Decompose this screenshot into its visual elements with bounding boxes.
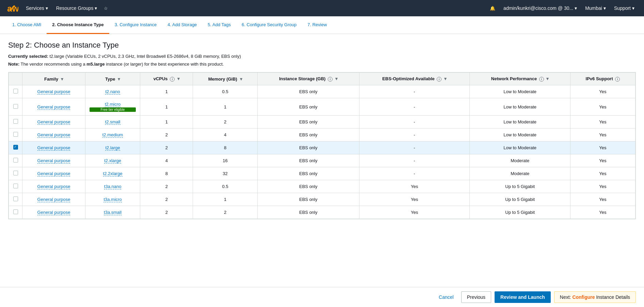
cell-ipv6: Yes (570, 98, 635, 116)
header-network[interactable]: Network Performance i ▾ (470, 73, 570, 85)
top-navigation: aws Services ▾ Resource Groups ▾ ☆ 🔔 adm… (0, 0, 644, 16)
cell-memory: 2 (193, 116, 258, 129)
cell-vcpus: 2 (140, 193, 193, 206)
row-checkbox[interactable] (13, 104, 18, 109)
row-checkbox[interactable] (13, 89, 18, 93)
cell-memory: 2 (193, 206, 258, 219)
cell-network: Up to 5 Gigabit (470, 180, 570, 193)
table-row[interactable]: General purposet2.large28EBS only-Low to… (9, 141, 635, 154)
note-info: Note: The vendor recommends using a m5.l… (8, 62, 636, 67)
cell-ebs: - (359, 85, 470, 98)
cell-family: General purpose (22, 167, 85, 180)
header-vcpus[interactable]: vCPUs i ▾ (140, 73, 193, 85)
cell-ipv6: Yes (570, 167, 635, 180)
cell-memory: 4 (193, 129, 258, 141)
notifications-icon[interactable]: 🔔 (486, 0, 499, 16)
row-checkbox[interactable] (13, 132, 18, 137)
bookmarks-icon[interactable]: ☆ (101, 0, 111, 16)
cell-memory: 0.5 (193, 85, 258, 98)
cell-storage: EBS only (257, 129, 359, 141)
cell-network: Up to 5 Gigabit (470, 206, 570, 219)
cell-type: t3a.small (85, 206, 140, 219)
row-checkbox[interactable] (13, 184, 18, 188)
table-row[interactable]: General purposet3a.small22EBS onlyYesUp … (9, 206, 635, 219)
header-storage[interactable]: Instance Storage (GB) i ▾ (257, 73, 359, 85)
cell-ipv6: Yes (570, 141, 635, 154)
header-type[interactable]: Type ▾ (85, 73, 140, 85)
table-header-row: Family ▾ Type ▾ vCPUs i ▾ Memory (GiB) ▾… (9, 73, 635, 85)
table-row[interactable]: General purposet2.small12EBS only-Low to… (9, 116, 635, 129)
header-family[interactable]: Family ▾ (22, 73, 85, 85)
cell-ebs: - (359, 98, 470, 116)
cell-storage: EBS only (257, 85, 359, 98)
cell-ebs: Yes (359, 180, 470, 193)
cell-type: t2.small (85, 116, 140, 129)
region-menu[interactable]: Mumbai ▾ (581, 0, 610, 16)
table-row[interactable]: General purposet3a.micro21EBS onlyYesUp … (9, 193, 635, 206)
table-row[interactable]: General purposet2.2xlarge832EBS only-Mod… (9, 167, 635, 180)
cell-ipv6: Yes (570, 129, 635, 141)
table-row[interactable]: General purposet2.microFree tier eligibl… (9, 98, 635, 116)
header-checkbox (9, 73, 22, 85)
wizard-step-5[interactable]: 5. Add Tags (202, 16, 236, 34)
cell-network: Moderate (470, 154, 570, 167)
wizard-step-3[interactable]: 3. Configure Instance (109, 16, 162, 34)
cell-storage: EBS only (257, 98, 359, 116)
wizard-step-7[interactable]: 7. Review (302, 16, 332, 34)
services-menu[interactable]: Services ▾ (22, 0, 52, 16)
cell-vcpus: 1 (140, 85, 193, 98)
cell-type: t2.medium (85, 129, 140, 141)
table-row[interactable]: General purposet2.nano10.5EBS only-Low t… (9, 85, 635, 98)
cell-family: General purpose (22, 129, 85, 141)
row-checkbox[interactable] (13, 171, 18, 175)
cell-type: t3a.micro (85, 193, 140, 206)
cell-vcpus: 2 (140, 141, 193, 154)
table-row[interactable]: General purposet2.medium24EBS only-Low t… (9, 129, 635, 141)
header-ebs[interactable]: EBS-Optimized Available i ▾ (359, 73, 470, 85)
row-checkbox[interactable] (13, 197, 18, 201)
resource-groups-menu[interactable]: Resource Groups ▾ (52, 0, 101, 16)
row-checkbox[interactable] (13, 158, 18, 163)
wizard-step-2[interactable]: 2. Choose Instance Type (47, 16, 109, 34)
cell-type: t2.large (85, 141, 140, 154)
cell-type: t2.microFree tier eligible (85, 98, 140, 116)
cell-memory: 8 (193, 141, 258, 154)
cell-type: t2.2xlarge (85, 167, 140, 180)
cell-ebs: Yes (359, 206, 470, 219)
cell-memory: 0.5 (193, 180, 258, 193)
cell-type: t3a.nano (85, 180, 140, 193)
wizard-step-4[interactable]: 4. Add Storage (162, 16, 202, 34)
cell-storage: EBS only (257, 180, 359, 193)
cell-vcpus: 1 (140, 116, 193, 129)
wizard-step-1[interactable]: 1. Choose AMI (7, 16, 47, 34)
cell-ipv6: Yes (570, 180, 635, 193)
row-checkbox[interactable] (13, 145, 18, 150)
cell-family: General purpose (22, 193, 85, 206)
wizard-step-6[interactable]: 6. Configure Security Group (236, 16, 302, 34)
cell-family: General purpose (22, 154, 85, 167)
header-memory[interactable]: Memory (GiB) ▾ (193, 73, 258, 85)
cell-family: General purpose (22, 116, 85, 129)
cell-network: Moderate (470, 167, 570, 180)
cell-storage: EBS only (257, 193, 359, 206)
table-row[interactable]: General purposet2.xlarge416EBS only-Mode… (9, 154, 635, 167)
cell-ebs: - (359, 116, 470, 129)
cell-storage: EBS only (257, 154, 359, 167)
user-menu[interactable]: admin/kunkri@cisco.com @ 30... ▾ (499, 0, 581, 16)
cell-network: Up to 5 Gigabit (470, 193, 570, 206)
header-ipv6: IPv6 Support i (570, 73, 635, 85)
selected-label: Currently selected: (8, 54, 48, 59)
cell-ebs: Yes (359, 193, 470, 206)
cell-vcpus: 4 (140, 154, 193, 167)
cell-ebs: - (359, 141, 470, 154)
cell-storage: EBS only (257, 206, 359, 219)
cell-family: General purpose (22, 180, 85, 193)
support-menu[interactable]: Support ▾ (610, 0, 639, 16)
cell-storage: EBS only (257, 167, 359, 180)
selected-value: t2.large (Variable ECUs, 2 vCPUs, 2.3 GH… (49, 54, 241, 59)
cell-network: Low to Moderate (470, 116, 570, 129)
cell-network: Low to Moderate (470, 129, 570, 141)
table-row[interactable]: General purposet3a.nano20.5EBS onlyYesUp… (9, 180, 635, 193)
row-checkbox[interactable] (13, 119, 18, 124)
row-checkbox[interactable] (13, 209, 18, 214)
